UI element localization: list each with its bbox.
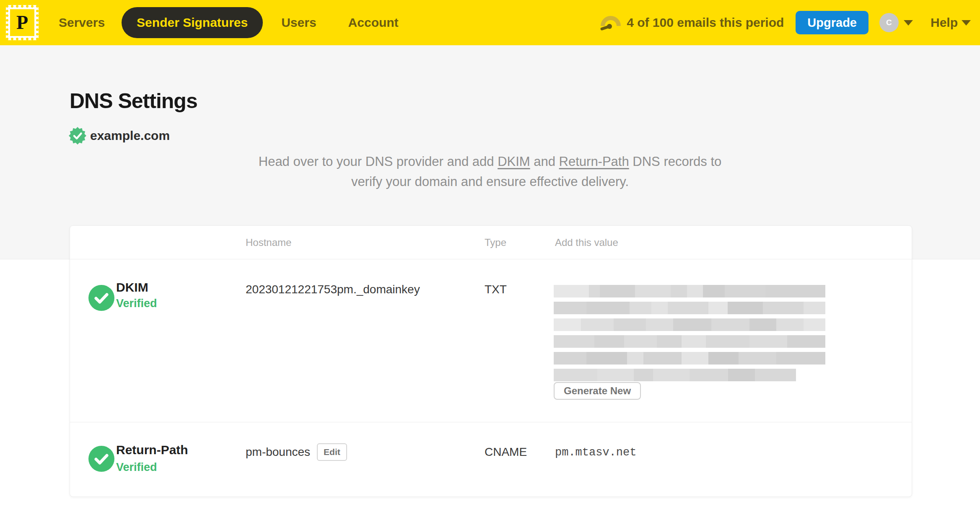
type-value: TXT	[485, 283, 507, 296]
redacted-value-line	[554, 318, 825, 331]
nav-item-servers[interactable]: Servers	[59, 16, 105, 30]
redacted-dkim-value	[554, 285, 825, 381]
description-text: Head over to your DNS provider and add	[259, 154, 498, 169]
domain-name: example.com	[90, 129, 170, 143]
account-menu[interactable]: C	[879, 13, 913, 32]
page-description: Head over to your DNS provider and add D…	[197, 152, 783, 192]
table-row-dkim: DKIM Verified 20230121221753pm._domainke…	[70, 259, 912, 422]
dns-records-table: Hostname Type Add this value DKIM Verifi…	[70, 225, 912, 497]
description-text: DNS records to	[629, 154, 722, 169]
column-header-hostname: Hostname	[246, 226, 291, 259]
record-name: Return-Path	[116, 443, 188, 457]
redacted-value-line	[554, 369, 796, 381]
logo-letter: P	[16, 13, 28, 32]
postmark-stamp-icon: P	[10, 9, 34, 36]
description-line-1: Head over to your DNS provider and add D…	[197, 152, 783, 172]
caret-down-icon	[904, 20, 913, 26]
description-line-2: verify your domain and ensure effective …	[197, 172, 783, 192]
check-circle-icon	[88, 446, 114, 472]
help-label: Help	[931, 16, 958, 30]
nav-item-users[interactable]: Users	[281, 16, 316, 30]
edit-button[interactable]: Edit	[317, 443, 347, 461]
status-badge: Verified	[116, 461, 157, 474]
type-value: CNAME	[485, 445, 527, 459]
redacted-value-line	[554, 352, 825, 365]
cname-value: pm.mtasv.net	[555, 446, 636, 459]
verified-domain: example.com	[69, 127, 170, 145]
caret-down-icon	[962, 20, 971, 26]
verified-seal-icon	[69, 127, 86, 145]
generate-new-button[interactable]: Generate New	[554, 382, 641, 400]
upgrade-button[interactable]: Upgrade	[796, 11, 869, 34]
hostname-value: pm-bounces	[246, 443, 310, 461]
top-nav: P Servers Sender Signatures Users Accoun…	[0, 0, 980, 45]
column-header-add-this-value: Add this value	[555, 226, 618, 259]
redacted-value-line	[554, 335, 825, 348]
return-path-link[interactable]: Return-Path	[559, 154, 629, 169]
dkim-link[interactable]: DKIM	[498, 154, 530, 169]
description-text: and	[530, 154, 559, 169]
avatar[interactable]: C	[879, 13, 899, 32]
gauge-icon	[600, 14, 621, 31]
status-badge: Verified	[116, 297, 157, 310]
avatar-initial: C	[886, 18, 892, 27]
record-name: DKIM	[116, 280, 148, 295]
usage-text: 4 of 100 emails this period	[627, 16, 784, 30]
table-header-row: Hostname Type Add this value	[70, 226, 912, 259]
help-menu[interactable]: Help	[931, 16, 971, 30]
dns-settings-page: P Servers Sender Signatures Users Accoun…	[0, 0, 980, 512]
hostname-value: 20230121221753pm._domainkey	[246, 283, 420, 296]
postmark-logo[interactable]: P	[6, 5, 39, 40]
hostname-cell: pm-bounces Edit	[246, 443, 347, 461]
table-row-return-path: Return-Path Verified pm-bounces Edit CNA…	[70, 422, 912, 496]
check-circle-icon	[88, 285, 114, 311]
nav-item-account[interactable]: Account	[348, 16, 399, 30]
page-title: DNS Settings	[70, 89, 197, 113]
nav-item-sender-signatures[interactable]: Sender Signatures	[122, 7, 263, 38]
usage-meter: 4 of 100 emails this period	[600, 14, 784, 31]
column-header-type: Type	[485, 226, 506, 259]
redacted-value-line	[554, 285, 825, 297]
redacted-value-line	[554, 302, 825, 314]
